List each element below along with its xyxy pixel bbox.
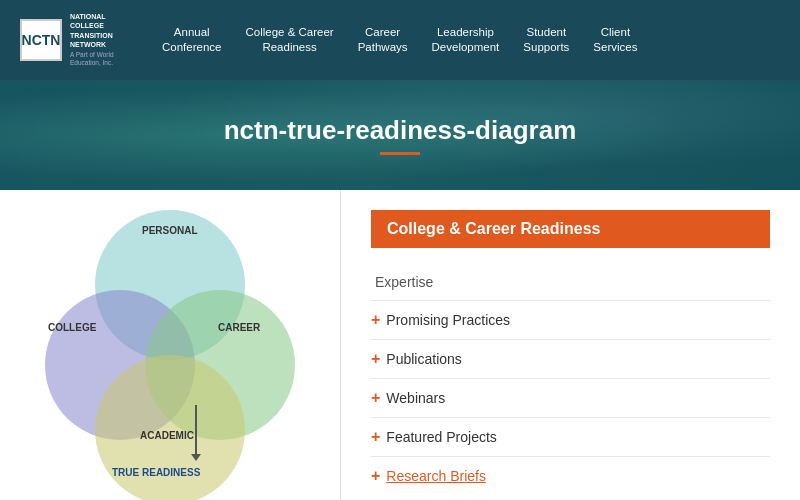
main-nav: AnnualConference College & CareerReadine…: [140, 25, 780, 55]
logo-org: NATIONAL COLLEGE TRANSITION NETWORK: [70, 12, 140, 48]
plus-icon-publications: +: [371, 350, 380, 368]
page-title: nctn-true-readiness-diagram: [224, 115, 577, 146]
plus-icon-promising: +: [371, 311, 380, 329]
sidebar-item-research-briefs[interactable]: + Research Briefs: [371, 457, 770, 495]
nav-item-annual-conference[interactable]: AnnualConference: [150, 25, 233, 55]
sidebar-item-publications[interactable]: + Publications: [371, 340, 770, 379]
research-briefs-label[interactable]: Research Briefs: [386, 468, 486, 484]
nav-item-client-services[interactable]: ClientServices: [581, 25, 649, 55]
sidebar-item-webinars[interactable]: + Webinars: [371, 379, 770, 418]
main-content: PERSONAL COLLEGE CAREER ACADEMIC TRUE RE…: [0, 190, 800, 500]
venn-diagram-area: PERSONAL COLLEGE CAREER ACADEMIC TRUE RE…: [0, 190, 340, 500]
logo-area[interactable]: NCTN NATIONAL COLLEGE TRANSITION NETWORK…: [20, 12, 140, 67]
arrow-line: [195, 405, 197, 455]
sidebar: College & Career Readiness Expertise + P…: [340, 190, 800, 500]
plus-icon-webinars: +: [371, 389, 380, 407]
webinars-label: Webinars: [386, 390, 445, 406]
nav-item-leadership-development[interactable]: LeadershipDevelopment: [420, 25, 512, 55]
logo-sub: A Part of World Education, Inc.: [70, 51, 140, 68]
sidebar-item-promising-practices[interactable]: + Promising Practices: [371, 301, 770, 340]
label-college: COLLEGE: [48, 322, 96, 333]
promising-practices-label: Promising Practices: [386, 312, 510, 328]
expertise-label: Expertise: [375, 274, 433, 290]
plus-icon-research: +: [371, 467, 380, 485]
label-true-readiness: TRUE READINESS: [112, 467, 200, 478]
circle-academic: [95, 355, 245, 500]
plus-icon-featured: +: [371, 428, 380, 446]
publications-label: Publications: [386, 351, 462, 367]
label-personal: PERSONAL: [142, 225, 198, 236]
featured-projects-label: Featured Projects: [386, 429, 497, 445]
header: NCTN NATIONAL COLLEGE TRANSITION NETWORK…: [0, 0, 800, 80]
sidebar-heading: College & Career Readiness: [371, 210, 770, 248]
label-academic: ACADEMIC: [140, 430, 194, 441]
logo-letters: NCTN: [22, 32, 61, 48]
hero-banner: nctn-true-readiness-diagram: [0, 80, 800, 190]
hero-underline-decoration: [380, 152, 420, 155]
logo-text: NATIONAL COLLEGE TRANSITION NETWORK A Pa…: [70, 12, 140, 67]
nav-item-career-pathways[interactable]: CareerPathways: [346, 25, 420, 55]
label-career: CAREER: [218, 322, 260, 333]
nav-item-student-supports[interactable]: StudentSupports: [511, 25, 581, 55]
sidebar-item-featured-projects[interactable]: + Featured Projects: [371, 418, 770, 457]
venn-container: PERSONAL COLLEGE CAREER ACADEMIC TRUE RE…: [40, 210, 300, 480]
sidebar-item-expertise[interactable]: Expertise: [371, 264, 770, 301]
nav-item-college-career-readiness[interactable]: College & CareerReadiness: [233, 25, 345, 55]
logo-box: NCTN: [20, 19, 62, 61]
